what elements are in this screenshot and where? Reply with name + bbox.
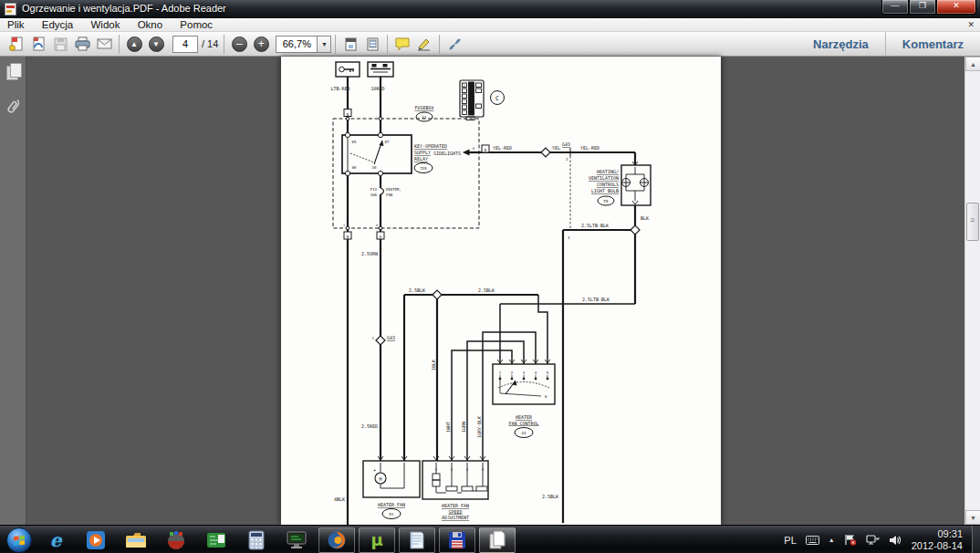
speech-bubble-icon — [394, 37, 411, 51]
zoom-dropdown-button[interactable]: ▼ — [318, 36, 331, 53]
close-menubar-icon[interactable]: ✕ — [967, 18, 975, 31]
monitor-icon — [287, 531, 307, 549]
taskbar-explorer[interactable] — [118, 527, 154, 553]
attachments-paperclip-icon[interactable] — [5, 97, 26, 119]
zoom-level-value[interactable]: 66,7% — [276, 36, 318, 53]
taskbar-firefox[interactable] — [318, 527, 355, 553]
pin-number: 3 — [466, 467, 469, 472]
action-center-flag-icon[interactable] — [844, 534, 857, 546]
pin-label: 30 — [372, 165, 377, 170]
print-icon — [74, 36, 91, 52]
motor-label: M — [379, 476, 381, 482]
tools-panel-button[interactable]: Narzędzia — [797, 37, 885, 51]
toolbar: ▲ ▼ / 14 – + 66,7% ▼ Narzędzia Komentarz — [0, 32, 980, 57]
wire-label: YEL — [552, 145, 560, 151]
pin-number: 3 — [568, 235, 570, 240]
pin-label: 86 — [352, 165, 357, 170]
menu-bar: Plik Edycja Widok Okno Pomoc ✕ — [0, 18, 980, 32]
wire-label: 2.5LTB-BLK — [581, 223, 609, 228]
wire-label: 1GRY-BLK — [476, 416, 482, 438]
clock[interactable]: 09:31 2012-08-14 — [912, 528, 963, 552]
taskbar-notepad[interactable] — [399, 527, 435, 553]
calculator-icon — [248, 530, 265, 550]
zoom-in-button[interactable]: + — [250, 33, 272, 55]
taskbar-media-converter[interactable] — [158, 527, 194, 553]
diagonal-arrows-icon — [447, 37, 463, 52]
wire-label: 10RED — [370, 86, 384, 91]
email-button[interactable] — [93, 33, 115, 55]
menu-edycja[interactable]: Edycja — [35, 18, 81, 31]
menu-okno[interactable]: Okno — [130, 18, 171, 31]
window-title: Ogrzewanie i wentylacja.PDF - Adobe Read… — [22, 3, 226, 14]
show-hidden-icons-button[interactable]: ▲ — [829, 537, 835, 543]
taskbar-calculator[interactable] — [238, 527, 275, 553]
fuse-label: 30A — [370, 193, 378, 197]
scrolling-mode-button[interactable] — [339, 33, 361, 55]
show-desktop-button[interactable] — [972, 526, 980, 553]
sign-pen-icon — [416, 37, 433, 51]
print-button[interactable] — [71, 33, 93, 55]
taskbar-internet-explorer[interactable]: e — [37, 527, 74, 553]
keyboard-icon[interactable] — [806, 536, 819, 545]
close-button[interactable]: ✕ — [936, 0, 976, 15]
page-number-input[interactable] — [172, 36, 198, 53]
toolbar-separator — [224, 35, 224, 54]
pin-number: 5 — [547, 370, 549, 375]
fullscreen-button[interactable] — [443, 33, 465, 55]
email-icon — [96, 37, 113, 51]
arrow-up-icon: ▲ — [127, 37, 142, 52]
arrow-up-icon: ▲ — [970, 61, 976, 68]
navigation-pane — [0, 57, 26, 525]
taskbar-remote-desktop[interactable] — [278, 527, 315, 553]
component-label: ADJUSTMENT — [442, 515, 469, 520]
page-thumbnails-icon[interactable] — [6, 66, 18, 80]
zoom-out-button[interactable]: – — [228, 33, 250, 55]
volume-icon[interactable] — [889, 535, 902, 546]
network-icon[interactable] — [866, 535, 880, 546]
notepad-icon — [409, 530, 425, 550]
next-page-button[interactable]: ▼ — [145, 33, 167, 55]
save-button[interactable] — [49, 33, 71, 55]
menu-pomoc[interactable]: Pomoc — [172, 18, 220, 31]
taskbar-utorrent[interactable]: µ — [359, 527, 395, 553]
component-label: KEY-OPERATED — [414, 143, 447, 149]
language-indicator[interactable]: PL — [784, 535, 796, 546]
previous-page-button[interactable]: ▲ — [123, 33, 145, 55]
clock-time: 09:31 — [912, 528, 963, 540]
vertical-scrollbar[interactable]: ▲ ▼ — [964, 57, 980, 525]
title-bar[interactable]: Ogrzewanie i wentylacja.PDF - Adobe Read… — [0, 0, 980, 18]
scroll-down-button[interactable]: ▼ — [965, 510, 980, 525]
comment-button[interactable] — [391, 33, 413, 55]
open-button[interactable] — [5, 33, 27, 55]
pin-number: 1 — [343, 224, 345, 227]
taskbar-document-active[interactable] — [479, 527, 516, 553]
component-label: RELAY — [414, 156, 428, 162]
firefox-icon — [327, 530, 347, 550]
menu-widok[interactable]: Widok — [83, 18, 127, 31]
comment-panel-button[interactable]: Komentarz — [886, 37, 980, 51]
fit-page-button[interactable] — [361, 33, 383, 55]
scroll-up-button[interactable]: ▲ — [965, 57, 980, 71]
sign-button[interactable] — [413, 33, 435, 55]
start-button[interactable] — [2, 527, 36, 553]
taskbar-media-player[interactable] — [78, 527, 114, 553]
component-code: D1 — [390, 512, 394, 516]
maximize-button[interactable]: ❐ — [909, 0, 936, 15]
component-code: F8 — [604, 199, 609, 203]
taskbar-circuit-app[interactable] — [198, 527, 235, 553]
create-pdf-button[interactable] — [27, 33, 49, 55]
component-label: LIGHT BULB — [591, 188, 619, 193]
component-label: VENTILATION — [589, 175, 619, 181]
floppy-disk-icon — [448, 531, 466, 549]
taskbar-floppy-app[interactable] — [439, 527, 475, 553]
wire-label: 1WHT — [445, 422, 451, 433]
component-label: FUSEBOX — [414, 105, 433, 110]
scrollbar-thumb[interactable] — [966, 203, 979, 241]
save-icon — [53, 37, 68, 52]
minimize-button[interactable]: — — [881, 0, 909, 15]
wiring-diagram: LTB-RED 10RED FUSEBOX G1 2 C KEY-OPERATE… — [281, 57, 721, 525]
menu-plik[interactable]: Plik — [0, 18, 32, 31]
plus-icon: + — [254, 37, 269, 52]
pdf-page[interactable]: LTB-RED 10RED FUSEBOX G1 2 C KEY-OPERATE… — [281, 57, 721, 525]
wire-label: 2.5LTB-BLK — [582, 297, 610, 302]
